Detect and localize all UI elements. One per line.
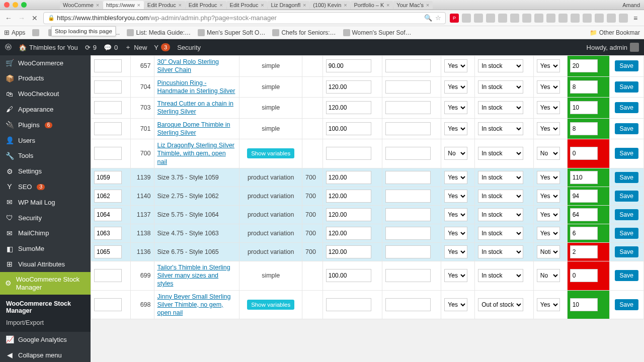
price-input[interactable] — [326, 147, 371, 160]
ext-icon[interactable] — [571, 14, 580, 23]
close-tab-icon[interactable]: × — [386, 2, 390, 8]
bookmark-item[interactable]: Women's Super Sof… — [343, 29, 412, 36]
sidebar-item[interactable]: 🛍WooCheckout — [0, 86, 91, 102]
save-button[interactable]: Save — [615, 148, 638, 159]
ext-icon[interactable] — [498, 14, 507, 23]
sidebar-item[interactable]: 📈Google Analytics — [0, 332, 91, 347]
product-link[interactable]: Pincushion Ring - Handmade in Sterling S… — [157, 79, 236, 96]
sku-input[interactable] — [94, 208, 122, 221]
ext-icon[interactable] — [510, 14, 519, 23]
sku-input[interactable] — [94, 171, 122, 184]
browser-tab[interactable]: Edit Produc× — [186, 1, 226, 9]
sku-input[interactable] — [94, 101, 122, 114]
sale-price-input[interactable] — [385, 59, 431, 72]
stock-qty-input[interactable] — [570, 227, 598, 240]
sidebar-subitem[interactable]: WooCommerce Stock Manager — [0, 298, 91, 317]
backorder-select[interactable]: Yes — [537, 80, 560, 94]
close-tab-icon[interactable]: × — [178, 2, 182, 8]
sidebar-item[interactable]: ✉MailChimp — [0, 226, 91, 241]
browser-tab[interactable]: Edit Produc× — [144, 1, 185, 9]
sale-price-input[interactable] — [385, 147, 431, 160]
backorder-select[interactable]: Yes — [537, 190, 560, 203]
ext-icon[interactable] — [607, 14, 616, 23]
sale-price-input[interactable] — [385, 122, 431, 135]
backorder-select[interactable]: Yes — [537, 227, 560, 240]
forward-button[interactable]: → — [17, 14, 26, 22]
ext-icon[interactable] — [619, 14, 628, 23]
manage-stock-select[interactable]: Yes — [444, 101, 467, 114]
address-bar[interactable]: 🔒 https://www.thimblesforyou.com /wp-adm… — [43, 12, 446, 24]
stock-qty-input[interactable] — [570, 59, 598, 72]
bookmark-item[interactable]: Men's Super Soft O… — [198, 29, 265, 36]
show-variables-button[interactable]: Show variables — [247, 300, 294, 310]
bookmark-item[interactable] — [32, 29, 41, 36]
backorder-select[interactable]: Notify — [537, 245, 560, 258]
manage-stock-select[interactable]: Yes — [444, 208, 467, 221]
ext-icon[interactable] — [546, 14, 555, 23]
bookmark-item[interactable]: List: Media Guide:… — [127, 29, 191, 36]
sku-input[interactable] — [94, 245, 122, 258]
stock-status-select[interactable]: In stock — [478, 269, 523, 282]
stock-qty-input[interactable] — [570, 298, 598, 311]
stock-status-select[interactable]: In stock — [478, 80, 523, 94]
manage-stock-select[interactable]: Yes — [444, 122, 467, 135]
menu-icon[interactable]: ≡ — [631, 14, 640, 22]
zoom-icon[interactable]: 🔍 — [424, 14, 432, 22]
sidebar-subitem[interactable]: Import/Export — [0, 317, 91, 329]
bookmark-item[interactable]: ⊞ Apps — [4, 29, 25, 36]
yoast-link[interactable]: Y 3 — [154, 43, 170, 51]
stock-qty-input[interactable] — [570, 190, 598, 203]
backorder-select[interactable]: Yes — [537, 59, 560, 72]
ext-icon[interactable] — [558, 14, 568, 23]
close-tab-icon[interactable]: × — [137, 2, 141, 8]
bookmark-item[interactable]: Chefs for Seniors:… — [272, 29, 336, 36]
sku-input[interactable] — [94, 147, 122, 160]
stock-qty-input[interactable] — [570, 269, 598, 282]
stock-status-select[interactable]: Out of stock — [478, 298, 523, 311]
sku-input[interactable] — [94, 190, 122, 203]
close-window[interactable] — [4, 2, 10, 8]
ext-icon[interactable] — [486, 14, 495, 23]
sidebar-item[interactable]: ⊞Visual Attributes — [0, 256, 91, 272]
stock-qty-input[interactable] — [570, 147, 598, 160]
price-input[interactable] — [326, 190, 371, 203]
price-input[interactable] — [326, 122, 371, 135]
sku-input[interactable] — [94, 59, 122, 72]
product-link[interactable]: Tailor's Thimble in Sterling Silver many… — [157, 263, 236, 288]
sidebar-item[interactable]: 🔧Tools — [0, 148, 91, 164]
sku-input[interactable] — [94, 298, 122, 311]
sale-price-input[interactable] — [385, 269, 431, 282]
updates-link[interactable]: ⟳ 9 — [85, 44, 97, 51]
back-button[interactable]: ← — [4, 14, 13, 22]
save-button[interactable]: Save — [615, 191, 638, 202]
sidebar-item[interactable]: 🛡Security — [0, 210, 91, 226]
price-input[interactable] — [326, 208, 371, 221]
save-button[interactable]: Save — [615, 81, 638, 93]
product-link[interactable]: Thread Cutter on a chain in Sterling Sil… — [157, 100, 236, 116]
stock-status-select[interactable]: In stock — [478, 227, 523, 240]
manage-stock-select[interactable]: No — [444, 147, 467, 160]
star-icon[interactable]: ☆ — [435, 14, 441, 22]
sidebar-item[interactable]: ✉WP Mail Log — [0, 195, 91, 210]
ext-icon[interactable] — [474, 14, 483, 23]
product-link[interactable]: 30" Oval Rolo Sterling Silver Chain — [157, 58, 236, 74]
price-input[interactable] — [326, 269, 371, 282]
show-variables-button[interactable]: Show variables — [247, 148, 294, 158]
stock-status-select[interactable]: In stock — [478, 147, 523, 160]
save-button[interactable]: Save — [615, 299, 638, 310]
sidebar-item[interactable]: 📦Products — [0, 71, 91, 86]
comments-link[interactable]: 💬 0 — [104, 44, 118, 51]
stock-qty-input[interactable] — [570, 101, 598, 114]
backorder-select[interactable]: Yes — [537, 171, 560, 184]
ext-icon[interactable] — [583, 14, 592, 23]
price-input[interactable] — [326, 245, 371, 258]
stock-status-select[interactable]: In stock — [478, 101, 523, 114]
sidebar-item[interactable]: 🖌Appearance — [0, 102, 91, 117]
backorder-select[interactable]: Yes — [537, 298, 560, 311]
site-link[interactable]: 🏠 Thimbles for You — [19, 44, 78, 51]
sale-price-input[interactable] — [385, 227, 431, 240]
new-link[interactable]: ＋ New — [125, 43, 147, 52]
security-link[interactable]: Security — [177, 44, 201, 51]
price-input[interactable] — [326, 227, 371, 240]
price-input[interactable] — [326, 171, 371, 184]
